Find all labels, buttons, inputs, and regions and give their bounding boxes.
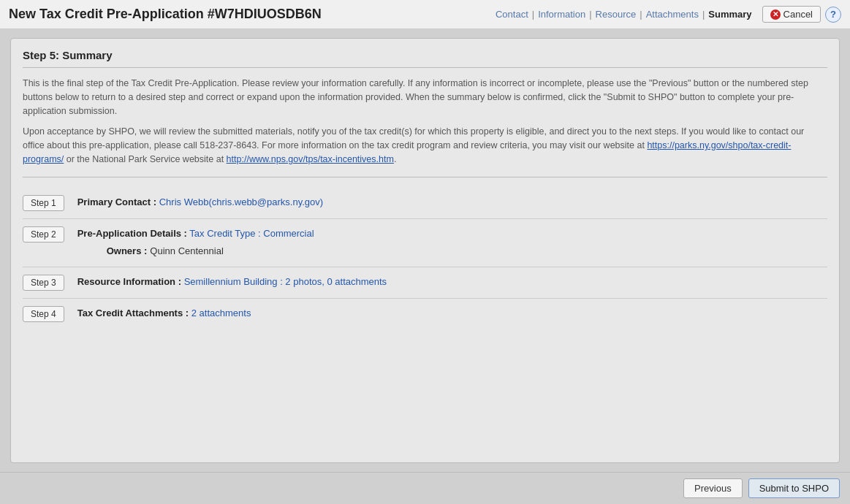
step-2-button[interactable]: Step 2	[23, 226, 64, 243]
page-header: New Tax Credit Pre-Application #W7HDIUOS…	[0, 0, 850, 29]
step-rows: Step 1 Primary Contact : Chris Webb(chri…	[23, 188, 827, 330]
intro-paragraph-2: Upon acceptance by SHPO, we will review …	[23, 125, 827, 166]
cancel-button[interactable]: ✕ Cancel	[762, 6, 821, 23]
nav-attachments[interactable]: Attachments	[646, 9, 699, 20]
cancel-label: Cancel	[783, 9, 813, 20]
step-2-sub-value: Quinn Centennial	[150, 244, 223, 259]
content-panel: Step 5: Summary This is the final step o…	[10, 38, 840, 463]
header-buttons: ✕ Cancel ?	[762, 6, 841, 23]
step-4-row: Step 4 Tax Credit Attachments : 2 attach…	[23, 299, 827, 329]
header-nav: Contact | Information | Resource | Attac…	[496, 9, 752, 20]
step-title: Step 5: Summary	[23, 49, 827, 68]
submit-button[interactable]: Submit to SHPO	[748, 478, 840, 498]
step-2-label: Pre-Application Details :	[77, 228, 187, 239]
intro-text-end: .	[394, 154, 396, 164]
step-2-content: Pre-Application Details : Tax Credit Typ…	[77, 226, 827, 260]
step-4-value: 2 attachments	[191, 308, 251, 318]
step-2-main-row: Pre-Application Details : Tax Credit Typ…	[77, 226, 827, 242]
nav-summary[interactable]: Summary	[708, 9, 751, 20]
step-4-button[interactable]: Step 4	[23, 306, 64, 322]
nav-sep-3: |	[640, 9, 642, 20]
step-2-sub-label: Owners :	[107, 244, 148, 259]
intro-link-2[interactable]: http://www.nps.gov/tps/tax-incentives.ht…	[227, 154, 394, 164]
step-4-content: Tax Credit Attachments : 2 attachments	[77, 306, 827, 321]
previous-button[interactable]: Previous	[683, 478, 743, 498]
divider	[23, 177, 827, 177]
step-4-label: Tax Credit Attachments :	[77, 308, 189, 318]
nav-information[interactable]: Information	[538, 9, 585, 20]
intro-text-middle: or the National Park Service website at	[64, 154, 226, 164]
intro-paragraph-1: This is the final step of the Tax Credit…	[23, 77, 827, 118]
help-button[interactable]: ?	[825, 7, 841, 23]
cancel-icon: ✕	[770, 9, 781, 20]
step-3-content: Resource Information : Semillennium Buil…	[77, 275, 827, 290]
nav-sep-1: |	[532, 9, 534, 20]
page-footer: Previous Submit to SHPO	[0, 472, 850, 504]
step-3-label: Resource Information :	[77, 276, 181, 287]
step-3-row: Step 3 Resource Information : Semillenni…	[23, 267, 827, 299]
page-title: New Tax Credit Pre-Application #W7HDIUOS…	[9, 7, 322, 22]
main-content: Step 5: Summary This is the final step o…	[0, 29, 850, 472]
step-1-content: Primary Contact : Chris Webb(chris.webb@…	[77, 195, 827, 210]
step-2-value: Tax Credit Type : Commercial	[189, 228, 314, 239]
nav-sep-4: |	[702, 9, 705, 20]
step-1-value: Chris Webb(chris.webb@parks.ny.gov)	[159, 196, 323, 207]
help-icon: ?	[830, 9, 836, 20]
step-2-row: Step 2 Pre-Application Details : Tax Cre…	[23, 219, 827, 268]
step-1-label: Primary Contact :	[77, 196, 156, 207]
nav-resource[interactable]: Resource	[596, 9, 637, 20]
step-3-value: Semillennium Building : 2 photos, 0 atta…	[184, 276, 387, 287]
step-2-sub-row: Owners : Quinn Centennial	[77, 244, 827, 259]
step-1-row: Step 1 Primary Contact : Chris Webb(chri…	[23, 188, 827, 219]
step-3-button[interactable]: Step 3	[23, 275, 64, 291]
nav-sep-2: |	[589, 9, 591, 20]
step-1-button[interactable]: Step 1	[23, 195, 64, 211]
nav-contact[interactable]: Contact	[496, 9, 528, 20]
